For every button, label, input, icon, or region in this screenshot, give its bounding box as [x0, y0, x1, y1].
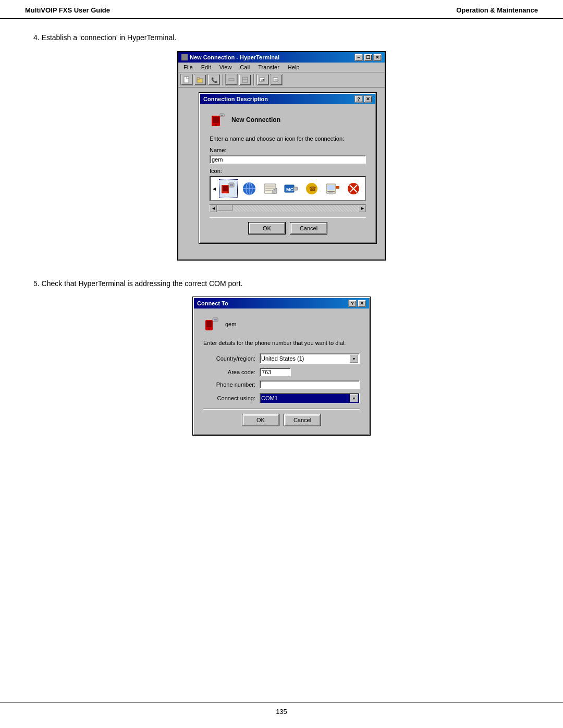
toolbar-properties[interactable] — [239, 74, 251, 85]
toolbar-send[interactable]: txt — [256, 74, 269, 85]
connect-to-cancel-button[interactable]: Cancel — [284, 414, 321, 426]
svg-rect-31 — [293, 187, 298, 190]
strip-icon-3[interactable] — [261, 179, 279, 198]
strip-icon-7[interactable] — [344, 179, 363, 198]
svg-rect-17 — [223, 186, 228, 191]
svg-rect-4 — [229, 79, 234, 81]
country-row: Country/region: United States (1) ▼ — [203, 353, 360, 364]
page-footer: 135 — [0, 702, 563, 715]
conn-desc-help-btn[interactable]: ? — [354, 95, 363, 103]
scroll-thumb[interactable] — [217, 205, 232, 211]
menu-view[interactable]: View — [216, 64, 235, 71]
toolbar: 📞 txt img — [178, 72, 385, 88]
main-content: 4. Establish a ‘connection’ in HyperTerm… — [0, 19, 563, 496]
connect-to-icon-row: gem — [203, 316, 360, 332]
toolbar-receive[interactable]: img — [270, 74, 283, 85]
hyperterminal-titlebar-icon — [181, 54, 188, 60]
area-code-label: Area code: — [203, 369, 255, 375]
menu-call[interactable]: Call — [237, 64, 253, 71]
svg-point-44 — [208, 328, 210, 330]
conn-desc-ok-button[interactable]: OK — [249, 223, 285, 234]
conn-desc-heading: New Connection — [231, 116, 280, 124]
name-label: Name: — [210, 147, 366, 153]
phone-row: Phone number: — [203, 380, 360, 389]
svg-rect-12 — [213, 117, 219, 123]
conn-desc-cancel-button[interactable]: Cancel — [290, 223, 327, 234]
toolbar-separator2 — [253, 74, 254, 85]
menu-file[interactable]: File — [180, 64, 196, 71]
connect-to-body: gem Enter details for the phone number t… — [194, 309, 369, 434]
conn-desc-btn-row: OK Cancel — [210, 217, 366, 237]
connect-to-title: Connect To — [197, 300, 228, 306]
connect-using-dropdown-btn[interactable]: ▼ — [350, 394, 358, 402]
header-right: Operation & Maintenance — [456, 6, 538, 14]
menu-edit[interactable]: Edit — [198, 64, 214, 71]
toolbar-call[interactable]: 📞 — [207, 74, 220, 85]
strip-icon-1[interactable] — [219, 179, 238, 198]
strip-icon-4[interactable]: MCI — [282, 179, 300, 198]
country-select[interactable]: United States (1) ▼ — [260, 353, 360, 364]
svg-rect-43 — [206, 321, 212, 327]
gem-label: gem — [225, 321, 236, 327]
connect-to-btn-row: OK Cancel — [203, 409, 360, 429]
conn-desc-title: Connection Description — [203, 96, 268, 102]
hyperterminal-window: New Connection - HyperTerminal − ☐ ✕ Fil… — [177, 51, 386, 261]
phone-input[interactable] — [260, 380, 360, 389]
svg-rect-2 — [197, 78, 200, 79]
toolbar-separator — [222, 74, 223, 85]
icon-strip: ◀ — [210, 176, 366, 201]
page-number: 135 — [276, 708, 287, 715]
connect-to-screenshot: Connect To ? ✕ — [33, 297, 530, 435]
connect-using-row: Connect using: COM1 ▼ — [203, 393, 360, 403]
scroll-right-icon[interactable]: ▶ — [365, 187, 366, 191]
connect-to-ok-button[interactable]: OK — [242, 414, 279, 426]
connect-to-description: Enter details for the phone number that … — [203, 340, 360, 346]
hyperterminal-screenshot: New Connection - HyperTerminal − ☐ ✕ Fil… — [33, 51, 530, 261]
conn-desc-body: New Connection Enter a name and choose a… — [200, 104, 375, 242]
name-input[interactable] — [210, 155, 366, 164]
svg-text:☎: ☎ — [309, 186, 316, 192]
menu-help[interactable]: Help — [285, 64, 303, 71]
toolbar-disconnect[interactable] — [225, 74, 238, 85]
minimize-button[interactable]: − — [354, 54, 363, 61]
connect-using-value: COM1 — [261, 395, 350, 401]
svg-rect-19 — [230, 184, 233, 186]
svg-rect-35 — [327, 185, 335, 190]
svg-rect-36 — [327, 191, 335, 192]
connect-using-select[interactable]: COM1 ▼ — [260, 393, 360, 403]
strip-icon-2[interactable] — [240, 179, 259, 198]
step5-text: 5. Check that HyperTerminal is addressin… — [33, 279, 530, 288]
scroll-right-btn[interactable]: ▶ — [359, 205, 366, 212]
strip-icon-6[interactable] — [323, 179, 342, 198]
connect-phone-icon — [203, 316, 220, 332]
country-value: United States (1) — [261, 355, 350, 362]
svg-rect-15 — [221, 115, 223, 116]
area-code-input[interactable] — [260, 368, 291, 376]
header-left: MultiVOIP FXS User Guide — [25, 6, 110, 14]
close-button[interactable]: ✕ — [373, 54, 382, 61]
area-code-row: Area code: — [203, 368, 360, 376]
menu-transfer[interactable]: Transfer — [255, 64, 283, 71]
maximize-button[interactable]: ☐ — [364, 54, 372, 61]
toolbar-new[interactable] — [180, 74, 193, 85]
connect-using-label: Connect using: — [203, 395, 255, 401]
page-header: MultiVOIP FXS User Guide Operation & Mai… — [0, 0, 563, 19]
country-dropdown-btn[interactable]: ▼ — [350, 354, 358, 363]
icon-scrollbar[interactable]: ◀ ▶ — [210, 204, 366, 212]
hyperterminal-title: New Connection - HyperTerminal — [190, 54, 279, 60]
connect-to-help-btn[interactable]: ? — [348, 300, 357, 307]
conn-desc-close-btn[interactable]: ✕ — [364, 95, 372, 103]
menu-bar: File Edit View Call Transfer Help — [178, 63, 385, 72]
connect-to-close-btn[interactable]: ✕ — [358, 300, 366, 307]
strip-icon-5[interactable]: ☎ — [302, 179, 321, 198]
icon-label: Icon: — [210, 168, 366, 174]
country-label: Country/region: — [203, 355, 255, 362]
scroll-left-btn[interactable]: ◀ — [210, 205, 217, 212]
svg-rect-38 — [336, 186, 339, 189]
svg-text:img: img — [274, 78, 279, 81]
hyperterminal-body: Connection Description ? ✕ — [178, 88, 385, 260]
svg-text:txt: txt — [261, 78, 264, 81]
toolbar-open[interactable] — [194, 74, 206, 85]
conn-desc-icon-row: New Connection — [210, 112, 366, 128]
scroll-left-icon[interactable]: ◀ — [212, 187, 217, 191]
